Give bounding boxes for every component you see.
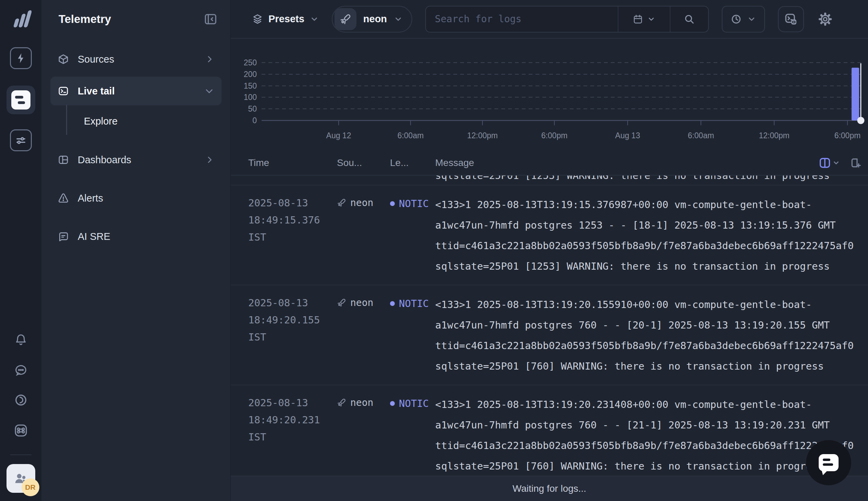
chevron-down-icon bbox=[747, 15, 756, 24]
add-column-button[interactable] bbox=[850, 157, 861, 168]
status-bar: Waiting for logs... bbox=[231, 476, 868, 501]
column-header-message: Message bbox=[435, 157, 474, 168]
user-badge: DR bbox=[22, 478, 39, 496]
logs-icon bbox=[11, 90, 31, 109]
sidebar-item-label: Alerts bbox=[78, 193, 103, 204]
log-row-partial[interactable]: sqlstate=25P01 [1253] WARNING: there is … bbox=[231, 175, 868, 185]
antenna-icon bbox=[337, 298, 346, 307]
collapse-sidebar-icon[interactable] bbox=[204, 12, 218, 26]
gear-icon bbox=[818, 12, 832, 26]
column-header-time: Time bbox=[248, 157, 337, 168]
rail-divider bbox=[10, 455, 32, 455]
svg-text:0: 0 bbox=[252, 116, 257, 125]
level-dot bbox=[390, 401, 395, 406]
user-avatar[interactable]: DR bbox=[7, 464, 35, 493]
sidebar-subitem-label: Explore bbox=[84, 116, 117, 127]
log-volume-bar[interactable] bbox=[851, 68, 859, 120]
svg-text:12:00pm: 12:00pm bbox=[467, 131, 498, 140]
search-icon bbox=[684, 14, 695, 25]
chevron-right-icon bbox=[205, 156, 214, 164]
chevron-down-icon bbox=[204, 86, 214, 96]
search-input[interactable] bbox=[426, 7, 618, 32]
chat-bubble-icon bbox=[819, 454, 838, 471]
log-time: 2025-08-1318:49:20.155IST bbox=[248, 294, 337, 345]
antenna-icon bbox=[337, 398, 346, 407]
run-search-button[interactable] bbox=[670, 7, 708, 32]
log-source: neon bbox=[337, 197, 390, 209]
column-header-source: Sou... bbox=[337, 157, 390, 168]
log-row[interactable]: 2025-08-1318:49:20.231IST neon NOTIC <13… bbox=[231, 385, 868, 476]
log-message: <133>1 2025-08-13T13:19:15.376987+00:00 … bbox=[435, 194, 868, 277]
svg-text:250: 250 bbox=[244, 58, 257, 67]
log-level: NOTIC bbox=[390, 298, 435, 309]
column-layout-button[interactable] bbox=[819, 158, 840, 168]
sidebar-item-dashboards[interactable]: Dashboards bbox=[50, 147, 222, 172]
sliders-icon bbox=[15, 135, 27, 146]
presets-button[interactable]: Presets bbox=[252, 13, 319, 25]
log-time: 2025-08-1318:49:15.376IST bbox=[248, 194, 337, 246]
notifications-bell-icon[interactable] bbox=[14, 333, 28, 346]
sidebar: Telemetry Sources Live tail bbox=[41, 0, 231, 501]
time-range-button[interactable] bbox=[722, 6, 765, 32]
cube-icon bbox=[58, 54, 69, 65]
antenna-icon bbox=[337, 198, 346, 207]
warning-triangle-icon bbox=[58, 193, 69, 204]
tree-line bbox=[66, 105, 67, 135]
feedback-chat-icon[interactable] bbox=[14, 363, 28, 376]
log-source: neon bbox=[337, 397, 390, 408]
svg-text:6:00pm: 6:00pm bbox=[541, 131, 568, 140]
dashboard-grid-icon bbox=[58, 154, 69, 165]
sidebar-item-explore[interactable]: Explore bbox=[50, 105, 222, 137]
api-query-button[interactable] bbox=[778, 6, 804, 32]
theme-contrast-icon[interactable] bbox=[14, 394, 28, 407]
settings-button[interactable] bbox=[818, 12, 832, 26]
svg-text:100: 100 bbox=[244, 93, 257, 102]
sidebar-item-live-tail[interactable]: Live tail bbox=[50, 77, 222, 105]
svg-text:Aug 13: Aug 13 bbox=[615, 131, 640, 140]
chevron-down-icon bbox=[394, 15, 403, 24]
sidebar-item-sources[interactable]: Sources bbox=[50, 46, 222, 72]
column-header-level: Le... bbox=[390, 157, 435, 168]
app-window: DR Telemetry Sources bbox=[0, 0, 868, 501]
svg-text:6:00pm: 6:00pm bbox=[835, 131, 861, 140]
waiting-status-text: Waiting for logs... bbox=[512, 483, 586, 494]
lightning-icon bbox=[15, 52, 27, 64]
page-title: Telemetry bbox=[59, 13, 111, 26]
log-row[interactable]: 2025-08-1318:49:20.155IST neon NOTIC <13… bbox=[231, 285, 868, 385]
left-rail: DR bbox=[0, 0, 41, 501]
log-volume-chart[interactable]: 0 50 100 150 200 250 Aug 12 6:00am 12:00… bbox=[231, 39, 868, 151]
log-message: <133>1 2025-08-13T13:19:20.231408+00:00 … bbox=[435, 394, 868, 476]
calendar-icon bbox=[633, 14, 643, 24]
top-toolbar: Presets neon bbox=[231, 0, 868, 39]
log-time: 2025-08-1318:49:20.231IST bbox=[248, 394, 337, 446]
svg-text:6:00am: 6:00am bbox=[398, 131, 424, 140]
level-dot bbox=[390, 201, 395, 206]
chevron-down-icon bbox=[310, 15, 319, 24]
log-row[interactable]: 2025-08-1318:49:15.376IST neon NOTIC <13… bbox=[231, 185, 868, 285]
log-search-bar bbox=[425, 6, 709, 32]
terminal-code-icon bbox=[784, 12, 798, 26]
date-range-picker[interactable] bbox=[618, 7, 670, 32]
rail-sliders-button[interactable] bbox=[10, 129, 32, 151]
add-column-icon bbox=[850, 157, 861, 168]
chevron-right-icon bbox=[205, 55, 214, 64]
log-level: NOTIC bbox=[390, 198, 435, 210]
support-chat-button[interactable] bbox=[806, 440, 851, 485]
antenna-icon bbox=[335, 8, 357, 30]
command-menu-icon[interactable] bbox=[14, 424, 28, 437]
columns-icon bbox=[819, 158, 830, 168]
middleware-logo-icon[interactable] bbox=[10, 9, 32, 28]
live-cursor-handle[interactable] bbox=[857, 117, 865, 124]
main-content: Presets neon bbox=[231, 0, 868, 501]
svg-text:150: 150 bbox=[244, 82, 257, 90]
svg-text:12:00pm: 12:00pm bbox=[759, 131, 790, 140]
sidebar-item-label: AI SRE bbox=[78, 231, 110, 242]
sidebar-item-ai-sre[interactable]: AI SRE bbox=[50, 224, 222, 249]
terminal-icon bbox=[58, 86, 69, 96]
sidebar-item-alerts[interactable]: Alerts bbox=[50, 185, 222, 211]
log-table-body: sqlstate=25P01 [1253] WARNING: there is … bbox=[231, 175, 868, 476]
source-selector[interactable]: neon bbox=[332, 6, 412, 32]
log-source: neon bbox=[337, 297, 390, 308]
rail-logs-button[interactable] bbox=[7, 86, 35, 114]
rail-lightning-button[interactable] bbox=[10, 47, 32, 69]
